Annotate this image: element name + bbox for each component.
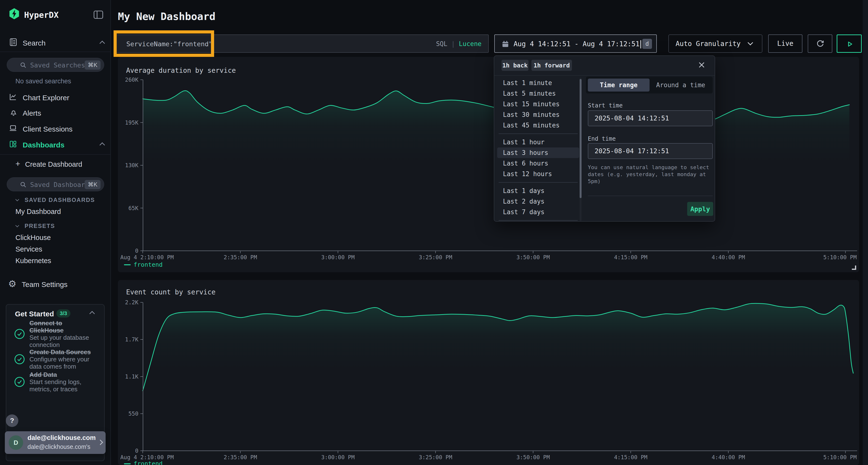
chart-panel-event-count: Event count by service 05501.1K1.7K2.2KA… bbox=[118, 280, 859, 465]
get-started-step[interactable]: Connect to ClickHouse Set up your databa… bbox=[14, 320, 99, 348]
time-range-option[interactable]: Last 3 hours bbox=[497, 147, 579, 158]
x-axis-tick-label: 3:50:00 PM bbox=[497, 254, 569, 261]
get-started-step[interactable]: Create Data Sources Configure where your… bbox=[14, 348, 99, 370]
sidebar-item-chart-explorer[interactable]: Chart Explorer bbox=[0, 91, 111, 105]
sidebar-item-dashboards[interactable]: Dashboards bbox=[0, 138, 111, 152]
sidebar-item-search[interactable]: Search bbox=[0, 36, 111, 50]
plus-icon: + bbox=[16, 159, 20, 168]
saved-searches-input[interactable]: Saved Searches ⌘K bbox=[7, 58, 104, 72]
step-desc: Start sending logs, metrics, or traces bbox=[29, 378, 81, 393]
y-axis-tick-label: 0 bbox=[116, 248, 138, 254]
x-axis-tick-label: 3:25:00 PM bbox=[399, 254, 472, 261]
chevron-right-icon bbox=[98, 440, 103, 445]
chevron-up-icon[interactable] bbox=[89, 311, 95, 317]
divider bbox=[494, 75, 715, 76]
sidebar-collapse-icon[interactable] bbox=[93, 10, 104, 19]
tab-around-a-time[interactable]: Around a time bbox=[651, 78, 711, 92]
divider bbox=[499, 220, 578, 221]
preset-link-clickhouse[interactable]: ClickHouse bbox=[16, 234, 51, 242]
time-range-option[interactable]: Last 1 minute bbox=[497, 77, 579, 88]
sidebar-item-client-sessions[interactable]: Client Sessions bbox=[0, 122, 111, 136]
calendar-icon bbox=[501, 40, 510, 48]
live-button[interactable]: Live bbox=[768, 34, 802, 53]
end-time-input[interactable]: 2025-08-04 17:12:51 bbox=[588, 143, 713, 159]
legend-series-name[interactable]: frontend bbox=[133, 460, 162, 465]
popup-scrollbar[interactable] bbox=[580, 77, 582, 221]
section-saved-dashboards[interactable]: SAVED DASHBOARDS bbox=[0, 196, 111, 205]
y-axis-tick-label: 2.2K bbox=[116, 299, 138, 305]
divider bbox=[499, 133, 578, 134]
line-chart[interactable]: 05501.1K1.7K2.2KAug 4 2:10:00 PM2:35:00 … bbox=[143, 302, 857, 451]
start-time-input[interactable]: 2025-08-04 14:12:51 bbox=[588, 110, 713, 126]
text-cursor bbox=[641, 40, 641, 48]
check-circle-icon bbox=[14, 328, 25, 339]
time-range-option[interactable]: Last 12 hours bbox=[497, 169, 579, 179]
x-axis-tick-label: 2:35:00 PM bbox=[204, 454, 277, 460]
section-presets[interactable]: PRESETS bbox=[0, 222, 111, 231]
time-range-option[interactable]: Last 5 minutes bbox=[497, 88, 579, 99]
time-range-option[interactable]: Last 2 days bbox=[497, 196, 579, 207]
y-axis-tick-label: 1.1K bbox=[116, 373, 138, 380]
refresh-button[interactable] bbox=[808, 34, 832, 53]
highlight-annotation bbox=[114, 30, 214, 57]
hyperdx-app: HyperDX Search Save bbox=[0, 0, 868, 465]
search-icon bbox=[20, 61, 27, 69]
time-range-option[interactable]: Last 30 minutes bbox=[497, 109, 579, 120]
user-team: dale@clickhouse.com's bbox=[28, 443, 90, 450]
preset-link-kubernetes[interactable]: Kubernetes bbox=[16, 257, 51, 265]
one-hour-forward-button[interactable]: 1h forward bbox=[531, 60, 572, 71]
get-started-step[interactable]: Add Data Start sending logs, metrics, or… bbox=[14, 371, 99, 393]
hyperdx-logo-icon bbox=[8, 8, 20, 20]
create-dashboard-label: Create Dashboard bbox=[25, 161, 82, 168]
time-range-option[interactable]: Last 6 hours bbox=[497, 158, 579, 169]
y-axis-tick-label: 1.7K bbox=[116, 336, 138, 343]
time-range-input[interactable]: Aug 4 14:12:51 - Aug 4 17:12:51 d bbox=[494, 34, 657, 53]
play-button[interactable] bbox=[837, 34, 862, 53]
x-axis-tick-label: 3:00:00 PM bbox=[302, 454, 374, 460]
one-hour-back-button[interactable]: 1h back bbox=[501, 60, 528, 71]
legend-series-name[interactable]: frontend bbox=[133, 261, 162, 268]
page-scrollbar[interactable] bbox=[863, 0, 868, 465]
user-menu[interactable]: D dale@clickhouse.com dale@clickhouse.co… bbox=[5, 431, 105, 454]
step-desc: Configure where your data comes from bbox=[29, 356, 89, 370]
step-title: Connect to ClickHouse bbox=[29, 320, 64, 334]
apply-button[interactable]: Apply bbox=[687, 202, 713, 216]
sidebar-item-label: Team Settings bbox=[22, 280, 67, 289]
get-started-title: Get Started bbox=[15, 310, 54, 318]
time-range-list: Last 1 minuteLast 5 minutesLast 15 minut… bbox=[497, 77, 579, 222]
granularity-select[interactable]: Auto Granularity bbox=[669, 34, 763, 53]
live-label: Live bbox=[777, 39, 793, 47]
x-axis-tick-label: 5:10:00 PM bbox=[784, 454, 857, 460]
preset-link-services[interactable]: Services bbox=[16, 245, 42, 253]
time-range-option[interactable]: Last 15 minutes bbox=[497, 99, 579, 109]
help-button[interactable]: ? bbox=[6, 414, 18, 427]
sidebar-item-label: Alerts bbox=[23, 109, 41, 117]
sql-toggle[interactable]: SQL bbox=[436, 40, 447, 47]
time-range-option[interactable]: Last 7 days bbox=[497, 207, 579, 217]
saved-searches-placeholder: Saved Searches bbox=[30, 61, 85, 69]
chevron-down-icon bbox=[16, 198, 19, 201]
sidebar-item-alerts[interactable]: Alerts bbox=[0, 106, 111, 120]
x-axis-tick-label: 3:00:00 PM bbox=[302, 254, 374, 261]
sidebar-item-team-settings[interactable]: ⚙ Team Settings bbox=[0, 277, 111, 292]
x-axis-tick-label: 4:40:00 PM bbox=[692, 254, 765, 261]
brand-name: HyperDX bbox=[24, 10, 59, 20]
x-axis-tick-label: Aug 4 2:10:00 PM bbox=[120, 454, 174, 460]
tab-time-range[interactable]: Time range bbox=[588, 78, 650, 92]
section-label: PRESETS bbox=[25, 223, 55, 229]
search-icon bbox=[20, 181, 27, 188]
scrollbar-thumb[interactable] bbox=[580, 79, 582, 198]
close-icon[interactable] bbox=[697, 60, 707, 70]
shortcut-badge: ⌘K bbox=[85, 61, 100, 70]
lucene-toggle[interactable]: Lucene bbox=[459, 40, 482, 47]
time-range-option[interactable]: Last 1 hour bbox=[497, 137, 579, 147]
avatar: D bbox=[9, 435, 23, 450]
x-axis-tick-label: 3:25:00 PM bbox=[399, 454, 472, 460]
chevron-down-icon bbox=[748, 40, 753, 45]
dashboard-link-my-dashboard[interactable]: My Dashboard bbox=[16, 208, 61, 215]
time-range-option[interactable]: Last 1 days bbox=[497, 186, 579, 196]
saved-dashboards-input[interactable]: Saved Dashboards ⌘K bbox=[7, 177, 104, 191]
time-range-option[interactable]: Last 45 minutes bbox=[497, 120, 579, 131]
resize-handle-icon[interactable] bbox=[852, 266, 856, 270]
create-dashboard-button[interactable]: + Create Dashboard bbox=[0, 158, 111, 171]
